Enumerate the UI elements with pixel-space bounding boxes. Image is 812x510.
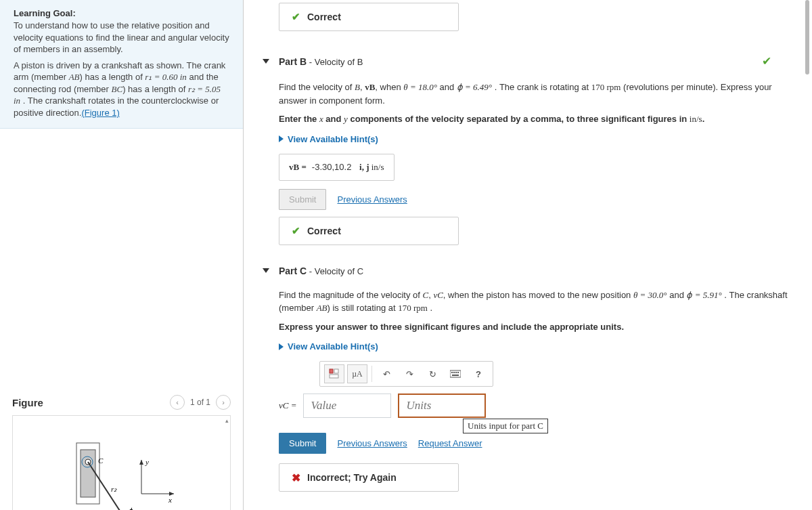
- part-b-hints-toggle[interactable]: View Available Hint(s): [279, 134, 793, 144]
- figure-next-button[interactable]: ›: [216, 395, 231, 410]
- prob-r1: r₁ = 0.60 in: [145, 72, 186, 82]
- left-column: Learning Goal: To understand how to use …: [0, 0, 244, 510]
- part-b-label: Part B: [279, 56, 307, 67]
- svg-marker-9: [139, 460, 143, 465]
- correct-label: Correct: [307, 226, 341, 236]
- part-c-hints-toggle[interactable]: View Available Hint(s): [279, 341, 793, 352]
- svg-text:r₂: r₂: [111, 485, 117, 493]
- sym-c: C: [422, 290, 428, 300]
- seg: and: [667, 290, 687, 300]
- seg: and: [437, 82, 457, 92]
- seg: .: [428, 303, 432, 313]
- part-b-button-row: Submit Previous Answers: [279, 189, 793, 210]
- caret-down-icon: [263, 59, 269, 64]
- prob-seg: ) has a length of: [80, 72, 145, 82]
- vc-units-input[interactable]: [398, 394, 486, 418]
- part-b-instr1: Find the velocity of B, vB, when θ = 18.…: [279, 81, 793, 107]
- part-b-submit-button: Submit: [279, 189, 326, 210]
- seg: , when the piston has moved to the new p…: [443, 290, 633, 300]
- part-c-body: Find the magnitude of the velocity of C,…: [279, 289, 793, 492]
- equation-toolbar: µA ↶ ↷ ↻ ?: [319, 361, 493, 387]
- hints-label: View Available Hint(s): [288, 134, 378, 144]
- template-picker-button[interactable]: [324, 364, 344, 383]
- hints-label: View Available Hint(s): [288, 341, 378, 352]
- rpm-b: 170 rpm: [591, 82, 621, 92]
- vb-units: i, j in/s: [357, 162, 384, 173]
- part-c-sub: - Velocity of C: [307, 266, 363, 276]
- svg-rect-20: [453, 372, 455, 373]
- svg-rect-15: [330, 369, 333, 373]
- check-icon: ✔: [292, 11, 300, 23]
- sym-b: B: [355, 82, 360, 92]
- part-b-instr2: Enter the x and y components of the velo…: [279, 112, 793, 126]
- sym-vb: vB: [365, 82, 375, 92]
- seg: Find the velocity of: [279, 82, 355, 92]
- part-c-submit-button[interactable]: Submit: [279, 433, 326, 454]
- prob-bc: BC: [112, 84, 123, 94]
- theta-b: θ = 18.0°: [403, 82, 437, 92]
- toolbar-sep: [371, 366, 372, 382]
- figure-title: Figure: [12, 397, 43, 408]
- sym-ab: AB: [317, 303, 328, 313]
- x-icon: ✖: [292, 471, 300, 484]
- figure-link[interactable]: (Figure 1): [81, 108, 119, 118]
- units-tooltip: Units input for part C: [463, 419, 548, 433]
- prob-seg: ) has a length of: [122, 84, 188, 94]
- reset-button[interactable]: ↻: [422, 364, 443, 383]
- part-c-request-answer-link[interactable]: Request Answer: [418, 438, 482, 448]
- triangle-right-icon: [279, 343, 284, 350]
- incorrect-label: Incorrect; Try Again: [307, 472, 397, 483]
- part-c-header[interactable]: Part C - Velocity of C: [263, 265, 812, 276]
- figure-prev-button[interactable]: ‹: [170, 395, 185, 410]
- prob-ab: AB: [69, 72, 80, 82]
- symbol-picker-button[interactable]: µA: [347, 364, 367, 383]
- part-c-instr1: Find the magnitude of the velocity of C,…: [279, 289, 793, 315]
- figure-pager: ‹ 1 of 1 ›: [170, 395, 231, 410]
- svg-text:y: y: [145, 458, 149, 466]
- correct-label: Correct: [307, 12, 341, 22]
- seg: Enter the: [279, 114, 319, 124]
- keyboard-button[interactable]: [445, 364, 466, 383]
- figure-svg: C r₂ ϕ y x: [60, 429, 196, 510]
- caret-down-icon: [263, 268, 269, 273]
- right-scrollbar[interactable]: [804, 0, 809, 510]
- part-b-correct-box: ✔ Correct: [279, 217, 459, 245]
- part-b-header[interactable]: Part B - Velocity of B ✔: [263, 54, 812, 68]
- svg-rect-18: [450, 370, 461, 377]
- part-c-label: Part C: [279, 265, 307, 276]
- svg-rect-17: [330, 375, 338, 378]
- part-a-correct-box: ✔ Correct: [279, 3, 459, 31]
- figure-canvas: ▴ C r₂ ϕ y: [12, 415, 231, 510]
- vc-value-input[interactable]: [303, 394, 391, 418]
- sym-vc: vC: [433, 290, 443, 300]
- seg: . The crank is rotating at: [492, 82, 591, 92]
- vc-equation-row: vC =: [279, 394, 793, 418]
- seg: , when: [375, 82, 403, 92]
- figure-pager-label: 1 of 1: [190, 398, 210, 407]
- svg-rect-19: [451, 372, 453, 373]
- seg: Express your answer to three significant…: [279, 322, 624, 332]
- learning-goal-box: Learning Goal: To understand how to use …: [0, 0, 243, 129]
- vc-lhs: vC =: [279, 400, 296, 411]
- redo-button[interactable]: ↷: [399, 364, 420, 383]
- scrollbar-thumb[interactable]: [805, 0, 809, 75]
- undo-button[interactable]: ↶: [376, 364, 397, 383]
- learning-goal-text: To understand how to use the relative po…: [14, 20, 229, 56]
- part-c-input-area: µA ↶ ↷ ↻ ? vC = Units input for par: [279, 361, 793, 492]
- part-c-button-row: Submit Previous Answers Request Answer: [279, 433, 793, 454]
- unit-ins: in/s: [690, 114, 702, 124]
- vb-lhs: vB =: [289, 162, 307, 173]
- svg-rect-21: [455, 372, 457, 373]
- rpm-c: 170 rpm: [398, 303, 428, 313]
- right-column: ✔ Correct Part B - Velocity of B ✔ Find …: [244, 0, 812, 510]
- vb-value: -3.30,10.2: [312, 162, 352, 172]
- svg-text:x: x: [168, 496, 172, 504]
- help-button[interactable]: ?: [468, 364, 489, 383]
- svg-rect-23: [452, 375, 459, 376]
- part-b-previous-answers-link[interactable]: Previous Answers: [337, 194, 407, 205]
- part-b-check-icon: ✔: [762, 54, 771, 68]
- figure-scroll-up-icon[interactable]: ▴: [225, 417, 229, 424]
- svg-rect-22: [457, 372, 459, 373]
- phi-b: ϕ = 6.49°: [457, 82, 492, 92]
- part-c-previous-answers-link[interactable]: Previous Answers: [337, 438, 407, 448]
